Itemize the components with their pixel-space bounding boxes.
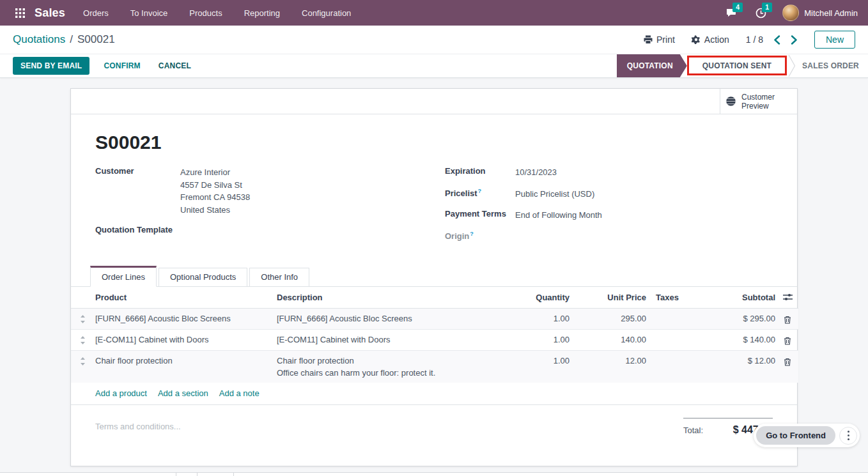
product-cell[interactable]: [FURN_6666] Acoustic Bloc Screens [94,308,275,329]
chatter-divider [233,473,234,476]
statusbar: SEND BY EMAIL CONFIRM CANCEL QUOTATION Q… [0,54,868,78]
unit-price-column-header[interactable]: Unit Price [571,287,647,309]
tab-other-info[interactable]: Other Info [249,268,309,287]
stage-sales-order[interactable]: SALES ORDER [796,54,868,77]
add-a-note-link[interactable]: Add a note [219,388,260,398]
stage-quotation[interactable]: QUOTATION [617,54,687,77]
menu-orders[interactable]: Orders [82,4,110,22]
product-cell[interactable]: [E-COM11] Cabinet with Doors [94,329,275,350]
description-cell[interactable]: [FURN_6666] Acoustic Bloc Screens [275,308,513,329]
tab-order-lines[interactable]: Order Lines [90,266,157,287]
payment-terms-value[interactable]: End of Following Month [515,209,602,222]
field-column-right: Expiration 10/31/2023 Pricelist? Public … [445,166,773,250]
pager-next-icon[interactable] [791,35,798,45]
app-brand[interactable]: Sales [35,6,65,20]
customer-preview-label: Customer Preview [741,93,775,111]
field-pricelist: Pricelist? Public Pricelist (USD) [445,188,773,201]
send-by-email-button[interactable]: SEND BY EMAIL [13,57,89,75]
taxes-cell[interactable] [647,308,711,329]
button-box-spacer [71,89,720,114]
customer-address-line: United States [180,204,250,217]
stage-sales-order-label: SALES ORDER [802,61,859,70]
breadcrumb-separator: / [70,33,73,46]
description-note: Office chairs can harm your floor: prote… [277,368,512,378]
description-column-header[interactable]: Description [275,287,513,309]
menu-reporting[interactable]: Reporting [243,4,281,22]
sheet-footer: Terms and conditions... Total: $ 447.00 [71,405,797,436]
add-a-product-link[interactable]: Add a product [95,388,147,398]
more-options-button[interactable] [839,427,857,445]
expiration-label: Expiration [445,166,515,179]
breadcrumb-quotations-link[interactable]: Quotations [13,33,65,46]
terms-and-conditions-input[interactable]: Terms and conditions... [95,418,181,431]
menu-configuration[interactable]: Configuration [300,4,352,22]
unit-price-cell[interactable]: 140.00 [571,329,647,350]
customer-address-line: 4557 De Silva St [180,179,250,192]
quantity-cell[interactable]: 1.00 [513,329,571,350]
vertical-dots-icon [848,434,849,436]
add-a-section-link[interactable]: Add a section [158,388,208,398]
product-cell[interactable]: Chair floor protection [94,350,275,383]
cancel-button[interactable]: CANCEL [155,57,195,75]
pricelist-value[interactable]: Public Pricelist (USD) [515,188,594,201]
drag-handle-icon[interactable] [71,350,94,383]
chatter-top-edge [0,472,868,476]
user-menu-button[interactable]: Mitchell Admin [782,4,858,21]
order-line-row[interactable]: [FURN_6666] Acoustic Bloc Screens [FURN_… [71,308,798,329]
help-icon: ? [478,188,482,194]
quotation-title[interactable]: S00021 [71,114,797,166]
action-label: Action [704,35,729,45]
description-cell[interactable]: Chair floor protection Office chairs can… [275,350,513,383]
control-panel: Quotations / S00021 Print Action 1 / 8 [0,26,868,54]
taxes-cell[interactable] [647,329,711,350]
quantity-cell[interactable]: 1.00 [513,350,571,383]
product-column-header[interactable]: Product [94,287,275,309]
description-cell[interactable]: [E-COM11] Cabinet with Doors [275,329,513,350]
quantity-column-header[interactable]: Quantity [513,287,571,309]
print-button[interactable]: Print [644,35,675,45]
delete-row-icon[interactable] [777,329,798,350]
customer-value[interactable]: Azure Interior 4557 De Silva St Fremont … [180,166,250,216]
pager-counter: 1 / 8 [746,35,763,45]
main-menu: Orders To Invoice Products Reporting Con… [82,4,352,22]
delete-row-icon[interactable] [777,350,798,383]
order-line-row[interactable]: Chair floor protection Chair floor prote… [71,350,798,383]
action-button[interactable]: Action [692,35,729,45]
top-navbar: Sales Orders To Invoice Products Reporti… [0,0,868,26]
activities-menu-button[interactable]: 1 [753,5,768,20]
unit-price-cell[interactable]: 12.00 [571,350,647,383]
stage-quotation-sent-label: QUOTATION SENT [702,61,771,70]
menu-to-invoice[interactable]: To Invoice [129,4,169,22]
order-lines-table: Product Description Quantity Unit Price … [71,287,798,383]
drag-handle-icon[interactable] [71,308,94,329]
expiration-value[interactable]: 10/31/2023 [515,166,557,179]
subtotal-column-header[interactable]: Subtotal [711,287,777,309]
payment-terms-label: Payment Terms [445,209,515,222]
stage-quotation-sent[interactable]: QUOTATION SENT [687,54,788,77]
navbar-left: Sales [10,4,82,22]
messages-menu-button[interactable]: 4 [724,5,739,20]
quotation-template-label: Quotation Template [95,225,180,234]
tab-optional-products[interactable]: Optional Products [159,268,247,287]
customer-name[interactable]: Azure Interior [180,166,250,179]
unit-price-cell[interactable]: 295.00 [571,308,647,329]
taxes-cell[interactable] [647,350,711,383]
apps-menu-button[interactable] [10,4,29,22]
table-header-row: Product Description Quantity Unit Price … [71,287,798,309]
taxes-column-header[interactable]: Taxes [647,287,711,309]
drag-handle-icon[interactable] [71,329,94,350]
optional-columns-icon[interactable] [777,287,798,309]
order-line-row[interactable]: [E-COM11] Cabinet with Doors [E-COM11] C… [71,329,798,350]
menu-products[interactable]: Products [188,4,223,22]
pager-previous-icon[interactable] [773,35,780,45]
go-to-frontend-button[interactable]: Go to Frontend [756,426,835,445]
control-panel-actions: Print Action 1 / 8 New [644,31,855,49]
quantity-cell[interactable]: 1.00 [513,308,571,329]
customer-preview-button[interactable]: Customer Preview [720,89,797,114]
delete-row-icon[interactable] [777,308,798,329]
new-button[interactable]: New [814,31,855,49]
confirm-button[interactable]: CONFIRM [100,57,144,75]
pricelist-label: Pricelist? [445,188,515,201]
globe-icon [725,96,736,107]
frontend-switcher: Go to Frontend [754,424,860,447]
